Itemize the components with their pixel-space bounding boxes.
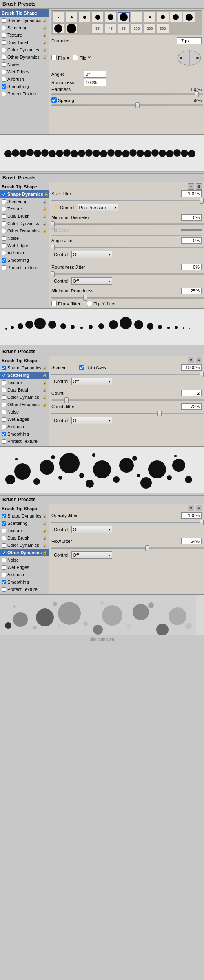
pt-check-4[interactable]: [2, 587, 6, 592]
flip-y-label[interactable]: Flip Y: [73, 55, 91, 60]
noise-check-2[interactable]: [2, 236, 6, 241]
brush-cell-15[interactable]: 65: [118, 23, 130, 34]
ab-check-4[interactable]: [2, 573, 6, 577]
brush-cell-13[interactable]: 35: [91, 23, 104, 34]
n-check-3[interactable]: [2, 410, 6, 414]
flip-y-jitter-checkbox[interactable]: [87, 301, 92, 306]
we-check-3[interactable]: [2, 417, 6, 422]
sidebar-cd-4[interactable]: Color Dynamics 🔒: [0, 542, 49, 549]
sidebar-item-noise-1[interactable]: Noise: [0, 61, 49, 68]
hardness-slider-thumb[interactable]: [195, 91, 199, 97]
sidebar-item-brush-tip-shape[interactable]: Brush Tip Shape: [0, 9, 49, 17]
brush-cell-2[interactable]: [65, 12, 78, 22]
scatter-check-2[interactable]: [2, 199, 6, 204]
smooth-check-2[interactable]: [2, 258, 6, 263]
sidebar-item-color-dynamics-1[interactable]: Color Dynamics 🔒: [0, 46, 49, 53]
panel-icon-4a[interactable]: ≡: [188, 505, 194, 511]
sidebar-cd-3[interactable]: Color Dynamics 🔒: [0, 394, 49, 401]
sidebar-item-color-2[interactable]: Color Dynamics 🔒: [0, 220, 49, 227]
roundness-input[interactable]: [84, 79, 106, 86]
brush-cell-5[interactable]: [104, 12, 117, 22]
sidebar-item-shape-dyn-2[interactable]: Shape Dynamics 🔒: [0, 190, 49, 198]
sidebar-item-dual-brush-1[interactable]: Dual Brush 🔒: [0, 39, 49, 46]
texture-checkbox-1[interactable]: [2, 33, 6, 38]
min-round-thumb[interactable]: [83, 295, 87, 301]
control-select-wrapper-2[interactable]: Off Pen Pressure Fade: [71, 251, 112, 258]
sidebar-item-texture-1[interactable]: Texture 🔒: [0, 31, 49, 39]
panel-icon-btn-2[interactable]: ⊕: [196, 183, 202, 190]
sidebar-tex-4[interactable]: Texture 🔒: [0, 527, 49, 534]
control-select-1[interactable]: Pen Pressure Off Fade: [78, 204, 118, 211]
sidebar-we-3[interactable]: Wet Edges: [0, 416, 49, 423]
opacity-select[interactable]: Off Pen Pressure: [71, 526, 112, 533]
size-jitter-thumb[interactable]: [200, 198, 204, 204]
brush-cell-17[interactable]: 200: [144, 23, 156, 34]
tex-check-3[interactable]: [2, 380, 6, 385]
sidebar-od-4[interactable]: Other Dynamics 🔒: [0, 549, 49, 556]
sidebar-item-texture-2[interactable]: Texture 🔒: [0, 205, 49, 212]
panel-icon-4b[interactable]: ⊕: [196, 505, 202, 511]
sidebar-ab-3[interactable]: Airbrush: [0, 423, 49, 430]
noise-checkbox-1[interactable]: [2, 62, 6, 67]
scatter-select-wrapper[interactable]: Off Pen Pressure: [71, 378, 112, 385]
sidebar-item-scattering-1[interactable]: Scattering 🔒: [0, 24, 49, 31]
brush-cell-arrow[interactable]: ↓: [131, 12, 143, 22]
spacing-checkbox-label[interactable]: Spacing: [51, 97, 74, 103]
sd-check-4[interactable]: [2, 514, 6, 518]
sidebar-n-3[interactable]: Noise: [0, 408, 49, 416]
texture-check-2[interactable]: [2, 207, 6, 211]
sidebar-bt-3[interactable]: Brush Tip Shape: [0, 357, 49, 364]
roundness-jitter-thumb[interactable]: [51, 271, 55, 277]
brush-cell-16[interactable]: 100: [131, 23, 143, 34]
db-check-4[interactable]: [2, 536, 6, 540]
brush-cell-18[interactable]: 300: [157, 23, 169, 34]
brush-cell-12[interactable]: [65, 23, 78, 34]
sidebar-item-air-2[interactable]: Airbrush: [0, 249, 49, 257]
both-axes-label[interactable]: Both Axes: [79, 365, 106, 370]
flip-x-checkbox[interactable]: [51, 55, 57, 60]
flow-jitter-thumb[interactable]: [145, 545, 149, 551]
brush-cell-7[interactable]: [144, 12, 156, 22]
other-dynamics-checkbox-1[interactable]: [2, 55, 6, 60]
flow-select[interactable]: Off Pen Pressure: [71, 551, 112, 559]
sm-check-4[interactable]: [2, 580, 6, 584]
smoothing-checkbox-1[interactable]: [2, 84, 6, 89]
color-dynamics-checkbox-1[interactable]: [2, 48, 6, 52]
sidebar-item-shape-dynamics-1[interactable]: Shape Dynamics 🔒: [0, 17, 49, 24]
brush-cell-6[interactable]: [118, 12, 130, 22]
sidebar-item-smooth-2[interactable]: Smoothing: [0, 257, 49, 264]
sidebar-item-noise-2[interactable]: Noise: [0, 234, 49, 242]
sidebar-item-protect-2[interactable]: Protect Texture: [0, 264, 49, 271]
brush-cell-4[interactable]: [91, 12, 104, 22]
shape-dynamics-checkbox-1[interactable]: [2, 18, 6, 23]
panel-icon-btn-1[interactable]: ≡: [188, 183, 194, 190]
count-select[interactable]: Off Pen Pressure: [71, 417, 112, 424]
flip-x-jitter-label[interactable]: Flip X Jitter: [51, 301, 80, 306]
n-check-4[interactable]: [2, 558, 6, 562]
panel-icon-3a[interactable]: ≡: [188, 357, 194, 363]
flip-y-checkbox[interactable]: [73, 55, 78, 60]
tex-check-4[interactable]: [2, 529, 6, 533]
sidebar-item-airbrush-1[interactable]: Airbrush: [0, 75, 49, 83]
angle-jitter-thumb[interactable]: [51, 245, 55, 250]
od-check-4[interactable]: [2, 551, 6, 555]
od-check-3[interactable]: [2, 403, 6, 407]
brush-cell-8[interactable]: [157, 12, 169, 22]
dual-brush-checkbox-1[interactable]: [2, 40, 6, 45]
control-select-wrapper-3[interactable]: Off Pen Pressure: [71, 277, 112, 285]
spacing-checkbox[interactable]: [51, 97, 57, 103]
sidebar-sm-3[interactable]: Smoothing: [0, 430, 49, 438]
other-check-2[interactable]: [2, 229, 6, 233]
opacity-select-wrapper[interactable]: Off Pen Pressure: [71, 526, 112, 533]
sc-check-3[interactable]: [2, 373, 6, 378]
brush-cell-1[interactable]: [52, 12, 64, 22]
sidebar-sd-4[interactable]: Shape Dynamics 🔒: [0, 512, 49, 520]
min-diam-thumb[interactable]: [51, 221, 55, 227]
sidebar-db-4[interactable]: Dual Brush 🔒: [0, 534, 49, 542]
sidebar-od-3[interactable]: Other Dynamics 🔒: [0, 401, 49, 408]
brush-cell-3[interactable]: [78, 12, 91, 22]
control-select-3[interactable]: Off Pen Pressure: [71, 277, 112, 285]
sidebar-sc-3[interactable]: Scattering 🔒: [0, 372, 49, 379]
pt-check-3[interactable]: [2, 439, 6, 444]
shape-dyn-check-2[interactable]: [2, 192, 6, 197]
